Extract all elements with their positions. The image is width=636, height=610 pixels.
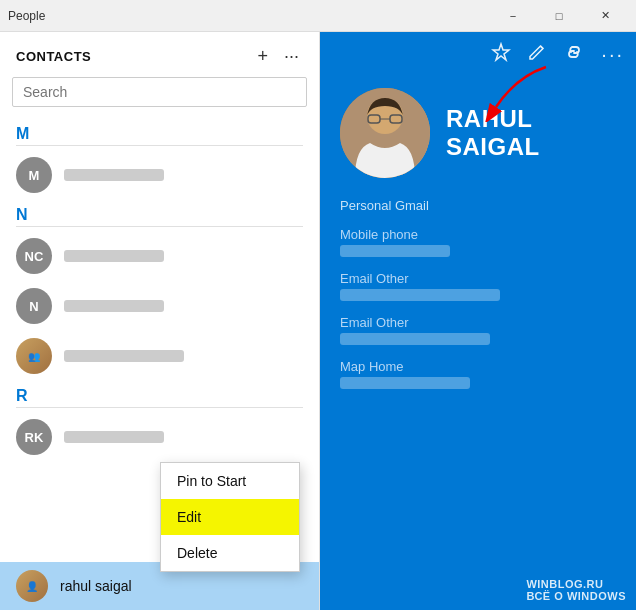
main-layout: CONTACTS + ··· M M N N <box>0 32 636 610</box>
hero-avatar-inner <box>340 88 430 178</box>
email-other-1-label: Email Other <box>340 271 616 286</box>
hero-avatar <box>340 88 430 178</box>
left-panel: CONTACTS + ··· M M N N <box>0 32 320 610</box>
selected-contact-name: rahul saigal <box>60 578 132 594</box>
mobile-phone-value <box>340 245 450 257</box>
mobile-phone-label: Mobile phone <box>340 227 616 242</box>
contacts-more-button[interactable]: ··· <box>280 44 303 69</box>
section-n-letter: N <box>0 200 319 226</box>
avatar-n2: N <box>16 288 52 324</box>
map-home-label: Map Home <box>340 359 616 374</box>
contact-name-blur-rk <box>64 431 164 443</box>
edit-icon[interactable] <box>527 42 547 67</box>
right-panel: ··· <box>320 32 636 610</box>
email-other-2-label: Email Other <box>340 315 616 330</box>
email-other-2-value <box>340 333 490 345</box>
contact-name-blur <box>64 169 164 181</box>
contact-name-blur-nc <box>64 250 164 262</box>
contact-item-m[interactable]: M <box>0 150 319 200</box>
section-r-divider <box>16 407 303 408</box>
contact-details: Personal Gmail Mobile phone Email Other … <box>320 198 636 403</box>
link-icon[interactable] <box>563 42 585 67</box>
app-title: People <box>8 9 45 23</box>
contact-item-rk[interactable]: RK <box>0 412 319 462</box>
contact-name-blur-group <box>64 350 184 362</box>
context-menu: Pin to Start Edit Delete <box>160 462 300 572</box>
context-pin[interactable]: Pin to Start <box>161 463 299 499</box>
contact-item-n2[interactable]: N <box>0 281 319 331</box>
hero-name: RAHUL SAIGAL <box>446 105 540 160</box>
contact-item-group[interactable]: 👥 <box>0 331 319 381</box>
contacts-label: CONTACTS <box>16 49 91 64</box>
header-actions: + ··· <box>253 44 303 69</box>
avatar-nc: NC <box>16 238 52 274</box>
contact-name-blur-n2 <box>64 300 164 312</box>
section-r-letter: R <box>0 381 319 407</box>
field-map-home: Map Home <box>340 359 616 389</box>
watermark: WINBLOG.RU ВСЁ О WINDOWS <box>526 578 626 602</box>
right-toolbar: ··· <box>320 32 636 76</box>
close-button[interactable]: ✕ <box>582 0 628 32</box>
field-email-other-2: Email Other <box>340 315 616 345</box>
search-input[interactable] <box>23 84 296 100</box>
contact-item-nc[interactable]: NC <box>0 231 319 281</box>
more-icon[interactable]: ··· <box>601 43 624 66</box>
field-email-other-1: Email Other <box>340 271 616 301</box>
maximize-button[interactable]: □ <box>536 0 582 32</box>
section-m-letter: M <box>0 119 319 145</box>
context-edit[interactable]: Edit <box>161 499 299 535</box>
search-box[interactable] <box>12 77 307 107</box>
selected-avatar: 👤 <box>16 570 48 602</box>
section-m-divider <box>16 145 303 146</box>
window-controls: − □ ✕ <box>490 0 628 32</box>
context-delete[interactable]: Delete <box>161 535 299 571</box>
field-mobile-phone: Mobile phone <box>340 227 616 257</box>
minimize-button[interactable]: − <box>490 0 536 32</box>
section-n-divider <box>16 226 303 227</box>
pin-icon[interactable] <box>491 42 511 67</box>
contact-source: Personal Gmail <box>340 198 616 213</box>
email-other-1-value <box>340 289 500 301</box>
title-bar: People − □ ✕ <box>0 0 636 32</box>
avatar-group: 👥 <box>16 338 52 374</box>
avatar-m: M <box>16 157 52 193</box>
map-home-value <box>340 377 470 389</box>
contacts-header: CONTACTS + ··· <box>0 32 319 77</box>
contact-hero: RAHUL SAIGAL <box>320 76 636 198</box>
add-contact-button[interactable]: + <box>253 44 272 69</box>
avatar-rk: RK <box>16 419 52 455</box>
